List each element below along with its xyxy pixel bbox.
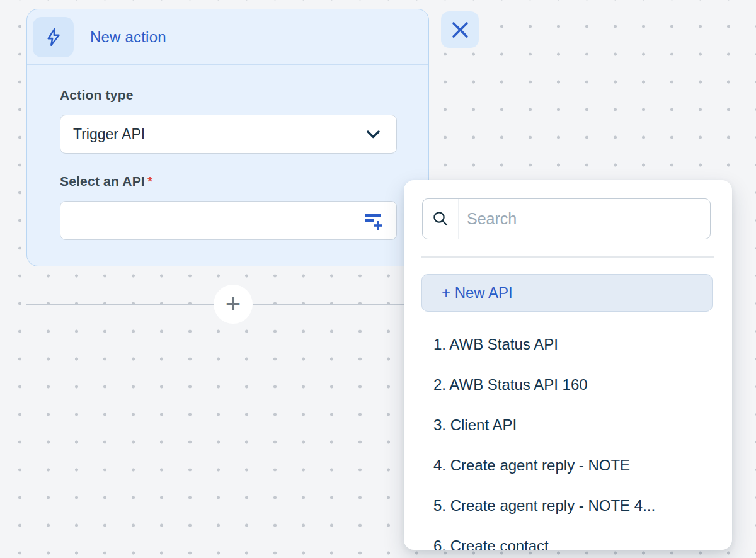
action-type-value: Trigger API	[73, 126, 145, 143]
api-list: 1. AWB Status API 2. AWB Status API 160 …	[404, 324, 732, 550]
lightning-icon	[33, 17, 74, 57]
list-item[interactable]: 3. Client API	[404, 405, 732, 445]
plus-icon: +	[226, 289, 241, 319]
close-button[interactable]	[441, 11, 479, 48]
divider	[421, 256, 714, 258]
card-body: Action type Trigger API Select an API*	[27, 65, 428, 240]
search-icon	[423, 199, 459, 239]
action-type-select[interactable]: Trigger API	[60, 115, 397, 154]
required-asterisk: *	[147, 174, 152, 188]
card-header: New action	[27, 9, 428, 65]
select-api-input[interactable]	[60, 201, 397, 240]
list-item[interactable]: 6. Create contact	[404, 526, 732, 550]
close-icon	[452, 21, 469, 38]
list-item[interactable]: 1. AWB Status API	[404, 324, 732, 365]
chevron-down-icon	[367, 130, 380, 139]
new-api-button[interactable]: + New API	[421, 274, 713, 312]
search-box[interactable]	[422, 198, 711, 239]
action-type-label: Action type	[60, 88, 396, 102]
api-dropdown-panel: + New API 1. AWB Status API 2. AWB Statu…	[404, 180, 732, 550]
add-list-icon[interactable]	[360, 207, 387, 234]
add-node-button[interactable]: +	[214, 285, 253, 324]
card-title: New action	[90, 28, 166, 46]
list-item[interactable]: 5. Create agent reply - NOTE 4...	[404, 486, 732, 526]
select-api-label: Select an API*	[60, 174, 396, 188]
list-item[interactable]: 2. AWB Status API 160	[404, 365, 732, 405]
flow-canvas[interactable]: + New action Action type Trigger API	[0, 0, 756, 558]
new-action-card: New action Action type Trigger API Selec…	[26, 9, 429, 266]
list-item[interactable]: 4. Create agent reply - NOTE	[404, 445, 732, 486]
search-input[interactable]	[459, 199, 710, 239]
